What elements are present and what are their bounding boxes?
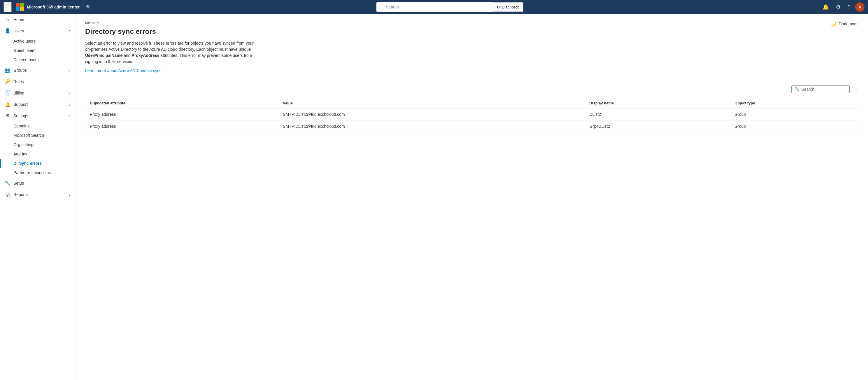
roles-icon: 🔑 [5,79,10,84]
table-search-input[interactable] [801,87,845,92]
table-body: Proxy addressSMTP:DList2@fkd.exchcloud.c… [85,109,859,133]
home-icon: ⌂ [5,17,10,22]
page-title: Directory sync errors [85,27,859,36]
dirsync-errors-label: DirSync errors [13,161,42,166]
sidebar-item-billing[interactable]: 🧾 Billing ∨ [0,87,75,98]
billing-chevron-icon: ∨ [68,91,71,95]
col-duplicated-attribute: Duplicated attribute [85,98,278,109]
sidebar-item-reports[interactable]: 📊 Reports ∨ [0,189,75,200]
hamburger-button[interactable]: ☰ [3,2,12,12]
sidebar-item-deleted-users[interactable]: Deleted users [0,55,75,64]
cell-object_type: Group [730,120,859,133]
table-row[interactable]: Proxy addressSMTP:DList2@fkd.exchcloud.c… [85,109,859,120]
chevron-up-icon: ∧ [68,29,71,33]
dark-mode-toggle[interactable]: 🌙 Dark mode [831,21,859,27]
moon-icon: 🌙 [831,21,837,27]
desc-text-2: and [122,53,131,58]
sidebar: ⌂ Home 👤 Users ∧ Active users Guest user… [0,14,76,380]
cell-value: SMTP:DList2@fkd.exchcloud.com [278,109,585,120]
app-logo: Microsoft 365 admin center [15,2,80,12]
sidebar-item-partner-relationships[interactable]: Partner relationships [0,168,75,177]
partner-relationships-label: Partner relationships [13,170,51,175]
table-search-wrapper: 🔍 [791,85,849,93]
sidebar-item-settings[interactable]: ⚙ Settings ∧ [0,110,75,121]
help-button[interactable]: ? [845,3,853,11]
col-display-name: Display name [585,98,730,109]
col-object-type: Object type [730,98,859,109]
chevron-down-icon: ∨ [68,68,71,72]
microsoft-search-label: Microsoft Search [13,133,44,138]
groups-icon: 👥 [5,67,10,73]
table-row[interactable]: Proxy addressSMTP:DList2@fkd.exchcloud.c… [85,120,859,133]
reports-icon: 📊 [5,192,10,197]
desc-bold-1: UserPrincipalName [85,53,122,58]
sidebar-label-reports: Reports [13,192,65,197]
settings-button[interactable]: ⚙ [834,3,843,11]
cell-object_type: Group [730,109,859,120]
sidebar-label-billing: Billing [13,91,65,95]
support-icon: 🔔 [5,101,10,107]
sidebar-label-users: Users [13,29,65,33]
topbar: ☰ Microsoft 365 admin center 🔍 UI Diagno… [0,0,868,14]
col-value: Value [278,98,585,109]
desc-text-1: Select an error to view and resolve it. … [85,41,254,52]
sidebar-item-setup[interactable]: 🔧 Setup [0,177,75,189]
sidebar-label-home: Home [13,17,71,22]
sidebar-item-users[interactable]: 👤 Users ∧ [0,25,75,36]
sidebar-item-domains[interactable]: Domains [0,121,75,130]
domains-label: Domains [13,124,29,128]
page-brand: Microsoft [85,21,859,25]
sidebar-label-groups: Groups [13,68,65,72]
search-wrapper: 🔍 UI Diagnostic [83,2,817,12]
app-body: ⌂ Home 👤 Users ∧ Active users Guest user… [0,14,868,380]
learn-more-link[interactable]: Learn more about Azure AD Connect sync [85,68,161,73]
svg-rect-1 [20,3,24,7]
deleted-users-label: Deleted users [13,57,38,62]
reports-chevron-icon: ∨ [68,193,71,197]
sidebar-item-microsoft-search[interactable]: Microsoft Search [0,130,75,140]
table-header: Duplicated attribute Value Display name … [85,98,859,109]
data-table: Duplicated attribute Value Display name … [85,98,859,133]
notifications-button[interactable]: 🔔 [820,3,831,11]
main-area: 🌙 Dark mode Microsoft Directory sync err… [76,14,868,380]
topbar-right: 🔔 ⚙ ? A [820,2,865,12]
table-filter-button[interactable]: ≡ [853,85,859,93]
search-icon: 🔍 [86,5,91,9]
sidebar-item-add-ins[interactable]: Add-ins [0,149,75,159]
cell-display_name: Grp4DList2 [585,120,730,133]
sidebar-item-active-users[interactable]: Active users [0,36,75,46]
sidebar-label-support: Support [13,102,65,107]
sidebar-item-guest-users[interactable]: Guest users [0,46,75,55]
add-ins-label: Add-ins [13,152,27,156]
svg-rect-0 [16,3,20,7]
settings-icon: ⚙ [5,113,10,118]
sidebar-item-home[interactable]: ⌂ Home [0,14,75,25]
sidebar-label-roles: Roles [13,79,71,84]
ui-diagnostic-button[interactable]: UI Diagnostic [493,2,523,12]
sidebar-item-roles[interactable]: 🔑 Roles [0,76,75,87]
cell-duplicated_attribute: Proxy address [85,109,278,120]
page-description: Select an error to view and resolve it. … [85,40,260,65]
support-chevron-icon: ∨ [68,103,71,107]
settings-chevron-up-icon: ∧ [68,114,71,118]
sidebar-item-groups[interactable]: 👥 Groups ∨ [0,64,75,76]
setup-icon: 🔧 [5,180,10,186]
table-toolbar: 🔍 ≡ [85,85,859,93]
guest-users-label: Guest users [13,48,35,53]
avatar[interactable]: A [855,2,865,12]
sidebar-item-org-settings[interactable]: Org settings [0,140,75,149]
table-search-icon: 🔍 [795,87,800,92]
logo-icon [15,2,25,12]
active-users-label: Active users [13,39,36,43]
svg-rect-2 [16,7,20,11]
svg-rect-3 [20,7,24,11]
dark-mode-label: Dark mode [839,22,859,26]
sidebar-label-setup: Setup [13,181,71,185]
users-icon: 👤 [5,28,10,33]
search-input[interactable] [376,2,493,12]
app-title: Microsoft 365 admin center [27,5,80,9]
cell-value: SMTP:DList2@fkd.exchcloud.com [278,120,585,133]
sidebar-item-support[interactable]: 🔔 Support ∨ [0,98,75,110]
cell-duplicated_attribute: Proxy address [85,120,278,133]
sidebar-item-dirsync-errors[interactable]: DirSync errors [0,159,75,168]
